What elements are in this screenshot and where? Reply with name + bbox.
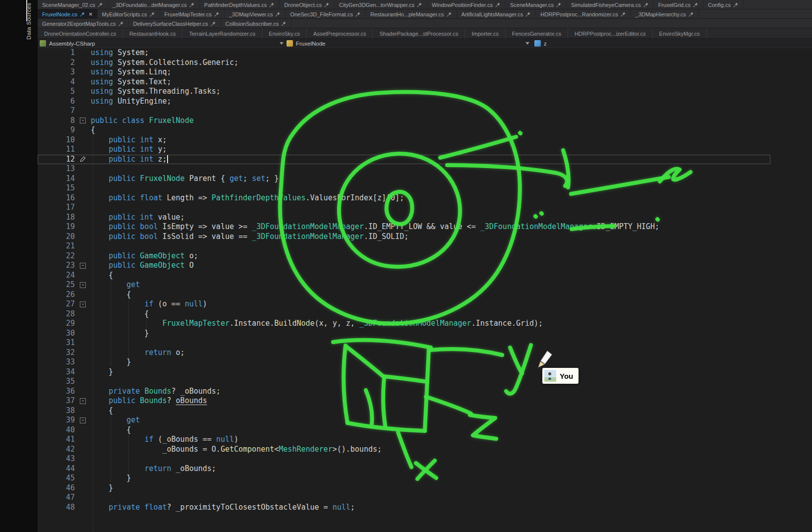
pin-icon[interactable]: [118, 21, 124, 26]
code-line-29[interactable]: 29 FruxelMapTester.Instance.BuildNode(x,…: [38, 319, 770, 329]
code-line-31[interactable]: 31: [38, 338, 770, 348]
tab-generator2exportmaptools-cs[interactable]: Generator2ExportMapTools.cs: [38, 19, 129, 28]
code-line-47[interactable]: 47: [38, 493, 770, 503]
fold-collapse-icon[interactable]: -: [75, 415, 91, 425]
data-sources-tab[interactable]: Data Sources: [26, 3, 32, 40]
code-line-20[interactable]: 20 public bool IsSolid => value == _3DFo…: [38, 232, 770, 242]
chevron-down-icon[interactable]: [280, 42, 284, 45]
chevron-down-icon[interactable]: [525, 42, 529, 45]
code-line-39[interactable]: 39- get: [38, 415, 770, 425]
fold-collapse-icon[interactable]: -: [75, 396, 91, 406]
pin-icon[interactable]: [275, 11, 281, 17]
tab-hdrppostproc-randomizer-cs[interactable]: HDRPPostproc...Randomizer.cs: [536, 9, 631, 19]
code-line-38[interactable]: 38 {: [38, 406, 770, 416]
code-line-21[interactable]: 21: [38, 241, 770, 251]
code-line-5[interactable]: 5using System.Threading.Tasks;: [38, 87, 770, 97]
code-line-45[interactable]: 45 }: [38, 473, 770, 483]
tab-restauranthook-cs[interactable]: RestaurantHook.cs: [123, 28, 183, 39]
pin-icon[interactable]: [281, 21, 287, 26]
pin-icon[interactable]: [324, 2, 330, 7]
tab-fruxelgrid-cs[interactable]: FruxelGrid.cs: [654, 0, 703, 9]
code-line-23[interactable]: 23- public GameObject O: [38, 261, 770, 271]
pin-icon[interactable]: [417, 2, 422, 7]
code-line-7[interactable]: 7: [38, 106, 770, 116]
code-line-34[interactable]: 34 }: [38, 367, 770, 377]
pin-icon[interactable]: [447, 11, 452, 17]
fold-collapse-icon[interactable]: -: [75, 299, 91, 309]
code-line-19[interactable]: 19 public bool IsEmpty => value >= _3DFo…: [38, 222, 770, 232]
pin-icon[interactable]: [693, 2, 698, 7]
pin-icon[interactable]: [643, 2, 649, 7]
code-line-2[interactable]: 2using System.Collections.Generic;: [38, 58, 770, 68]
fold-collapse-icon[interactable]: -: [75, 116, 91, 126]
project-dropdown[interactable]: Assembly-CSharp: [40, 39, 95, 48]
code-line-22[interactable]: 22 public GameObject o;: [38, 251, 770, 261]
tab-droneorientationcontroller-cs[interactable]: DroneOrientationController.cs: [38, 28, 123, 39]
tab-terrainlayerrandomizer-cs[interactable]: TerrainLayerRandomizer.cs: [182, 28, 262, 39]
code-line-6[interactable]: 6using UnityEngine;: [38, 97, 770, 107]
pin-icon[interactable]: [733, 2, 739, 7]
code-line-36[interactable]: 36 private Bounds? _oBounds;: [38, 387, 770, 397]
code-line-8[interactable]: 8-public class FruxelNode: [38, 116, 770, 126]
pin-icon[interactable]: [80, 11, 85, 17]
tab-hdrppostproc-izereditor-cs[interactable]: HDRPPostproc...izerEditor.cs: [568, 28, 653, 39]
tab--3dfoundatio-delmanager-cs[interactable]: _3DFoundatio...delManager.cs: [108, 0, 200, 9]
tab-scenemanager-02-cs[interactable]: SceneManager_02.cs: [38, 0, 108, 9]
code-line-37[interactable]: 37- public Bounds? oBounds: [38, 396, 770, 406]
code-line-11[interactable]: 11 public int y;: [38, 145, 770, 155]
pin-icon[interactable]: [495, 2, 501, 7]
tab-windowpositionfinder-cs[interactable]: WindowPositionFinder.cs: [427, 0, 506, 9]
tab-importer-cs[interactable]: Importer.cs: [465, 28, 505, 39]
tab-collisionsubscriber-cs[interactable]: CollisionSubscriber.cs: [221, 19, 292, 28]
code-editor[interactable]: 1using System;2using System.Collections.…: [38, 48, 812, 532]
tab-pathfinderdepthvalues-cs[interactable]: PathfinderDepthValues.cs: [200, 0, 280, 9]
code-line-3[interactable]: 3using System.Linq;: [38, 67, 770, 77]
code-line-9[interactable]: 9{: [38, 125, 770, 135]
code-line-26[interactable]: 26 {: [38, 290, 770, 300]
tab-droneobject-cs[interactable]: DroneObject.cs: [280, 0, 335, 9]
tab--3dmapviewer-cs[interactable]: _3DMapViewer.cs: [225, 9, 286, 19]
code-line-25[interactable]: 25- get: [38, 280, 770, 290]
pin-icon[interactable]: [150, 11, 155, 17]
tab-restaurantho-plemanager-cs[interactable]: RestaurantHo...pleManager.cs: [366, 9, 457, 19]
code-line-33[interactable]: 33 }: [38, 357, 770, 367]
code-line-44[interactable]: 44 return _oBounds;: [38, 464, 770, 474]
code-line-1[interactable]: 1using System;: [38, 48, 770, 58]
tab-fruxelmaptester-cs[interactable]: FruxelMapTester.cs: [160, 9, 225, 19]
code-line-32[interactable]: 32 return o;: [38, 348, 770, 358]
pin-icon[interactable]: [355, 11, 361, 17]
tab-citygen3dgen-torwrapper-cs[interactable]: CityGen3DGen...torWrapper.cs: [335, 0, 427, 9]
code-line-48[interactable]: 48 private float? _proximityToClosestObs…: [38, 503, 770, 513]
code-line-40[interactable]: 40 {: [38, 425, 770, 435]
tab-deliverysurfaceclasshelper-cs[interactable]: DeliverySurfaceClassHelper.cs: [129, 19, 221, 28]
code-line-27[interactable]: 27- if (o == null): [38, 299, 770, 309]
code-line-18[interactable]: 18 public int value;: [38, 213, 770, 223]
tab-shaderpackage-stprocessor-cs[interactable]: ShaderPackage...stProcessor.cs: [373, 28, 465, 39]
code-line-17[interactable]: 17: [38, 203, 770, 213]
code-line-42[interactable]: 42 _oBounds = O.GetComponent<MeshRendere…: [38, 445, 770, 455]
code-line-15[interactable]: 15: [38, 183, 770, 193]
code-line-12[interactable]: 12 public int z;: [38, 155, 770, 165]
tab-simulatedfisheyecamera-cs[interactable]: SimulatedFisheyeCamera.cs: [567, 0, 654, 9]
code-line-10[interactable]: 10 public int x;: [38, 135, 770, 145]
tab-scenemanager-cs[interactable]: SceneManager.cs: [506, 0, 567, 9]
tab-assetpreprocessor-cs[interactable]: AssetPreprocessor.cs: [307, 28, 373, 39]
pin-icon[interactable]: [525, 11, 531, 17]
pin-icon[interactable]: [269, 2, 275, 7]
code-line-24[interactable]: 24 {: [38, 271, 770, 281]
pin-icon[interactable]: [211, 21, 216, 26]
code-line-35[interactable]: 35: [38, 377, 770, 387]
fold-collapse-icon[interactable]: -: [75, 280, 91, 290]
close-icon[interactable]: ×: [89, 11, 93, 17]
pin-icon[interactable]: [98, 2, 103, 7]
tab-fencesgenerator-cs[interactable]: FencesGenerator.cs: [506, 28, 568, 39]
tab-enviroskymgr-cs[interactable]: EnviroSkyMgr.cs: [653, 28, 707, 39]
tab-envirosky-cs[interactable]: EnviroSky.cs: [262, 28, 307, 39]
code-line-41[interactable]: 41 if (_oBounds == null): [38, 435, 770, 445]
fold-collapse-icon[interactable]: -: [75, 261, 91, 271]
code-line-14[interactable]: 14 public FruxelNode Parent { get; set; …: [38, 174, 770, 184]
pin-icon[interactable]: [621, 11, 626, 17]
code-line-43[interactable]: 43: [38, 454, 770, 464]
type-dropdown[interactable]: FruxelNode: [287, 39, 325, 48]
member-dropdown[interactable]: z: [534, 39, 547, 48]
